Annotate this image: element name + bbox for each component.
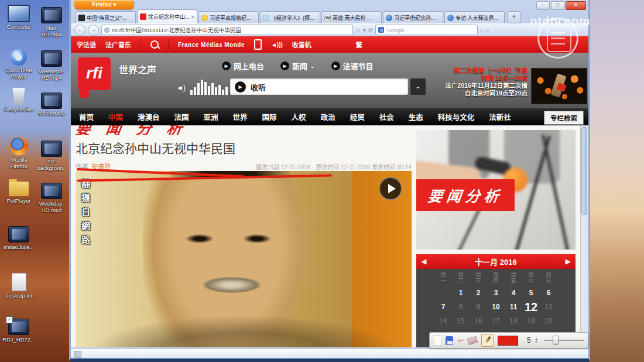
size-stepper[interactable]: ▲ ▼ [535,337,538,344]
calendar-day[interactable]: 17 [487,314,505,328]
menu-online-radio[interactable]: ▶ 网上电台 [222,60,264,71]
desktop-icon-quicktime-player[interactable]: QuickTime Player [2,49,35,80]
nav-item-6[interactable]: 世界 [233,111,248,122]
download-icon[interactable]: ↓ [480,27,483,33]
menu-french-programs[interactable]: ▶ 法语节目 [331,60,374,71]
desktop-icon-tv-backgroun-[interactable]: TV-backgroun.. [35,141,68,172]
menu-news[interactable]: ▶ 新闻 ⌄ [280,60,315,71]
nav-item-7[interactable]: 国际 [262,111,277,122]
status-bar-icon[interactable] [74,351,81,358]
desktop-icon-potplayer[interactable]: PotPlayer [2,182,35,204]
new-tab-button[interactable]: + [508,11,520,23]
tab-3[interactable]: 习近平高规格纪... [198,11,259,23]
calendar-day[interactable]: 19 [522,314,540,328]
tab-7[interactable]: 专访:人大释法界... [444,11,505,23]
forward-button[interactable]: → [88,25,99,36]
topbar-link-music[interactable]: 法广音乐 [105,40,131,49]
home-icon[interactable]: ⌂ [485,27,489,33]
brand-france-medias-monde[interactable]: France Médias Monde [178,42,245,48]
calendar-day[interactable]: 11 [505,300,522,314]
news-analysis-banner[interactable]: 要闻分析 [416,179,515,211]
save-tool-icon[interactable] [446,336,453,345]
page-scrollbar[interactable] [580,125,588,347]
calendar-day[interactable]: 9 [470,300,487,314]
column-search-box[interactable]: 专栏检索 [544,111,584,125]
stepper-down-icon[interactable]: ▼ [535,340,538,344]
reload-icon[interactable]: ⟳ [368,27,373,33]
calendar-next-icon[interactable]: ▶ [560,258,576,265]
desktop-icon-mozilla-firefox[interactable]: Mozilla Firefox [2,137,35,170]
new-page-tool-icon[interactable] [434,335,441,346]
scrollbar-thumb[interactable] [581,127,587,215]
nav-item-1[interactable]: 首页 [79,111,94,122]
nav-item-4[interactable]: 法国 [174,111,189,122]
minimize-button[interactable]: – [536,1,550,10]
play-icon[interactable]: ▶ [235,81,246,93]
calendar-day[interactable]: 3 [487,286,505,300]
search-input[interactable]: g Google [375,25,478,35]
calendar-prev-icon[interactable]: ◀ [416,258,431,265]
traditional-chinese-toggle[interactable]: 繁 [356,40,362,49]
rfi-logo[interactable]: rfi [78,57,111,90]
mobile-phone-icon[interactable] [254,39,262,50]
color-swatch[interactable] [498,336,518,346]
calendar-day[interactable]: 8 [452,300,470,314]
calendar-day[interactable]: 15 [452,314,470,328]
nav-item-8[interactable]: 人权 [292,111,306,122]
desktop-icon-desktop-ini[interactable]: desktop.ini [2,273,35,299]
calendar-day[interactable]: 16 [470,314,487,328]
video-play-button[interactable] [379,177,402,200]
listen-player-bar[interactable]: ▶ 收听 [230,78,408,95]
search-icon[interactable] [150,40,159,49]
tab-close-icon[interactable]: × [191,14,194,20]
sidebar-press-photo[interactable]: 要闻分析 [416,130,576,250]
undo-tool-icon[interactable]: ↩ [457,337,464,344]
calendar-day[interactable]: 5 [522,286,540,300]
volume-icon[interactable]: ◄) [176,84,186,92]
nav-item-5[interactable]: 亚洲 [204,111,218,122]
desktop-icon-weekend-hd-mp4[interactable]: Weekend-HD.mp4 [35,50,68,81]
desktop-icon-rdj-hd72-[interactable]: RDJ_HD72... [2,319,35,343]
nav-item-14[interactable]: 法新社 [489,111,511,122]
nav-item-3[interactable]: 港澳台 [138,111,160,122]
desktop-icon-shitaomov[interactable]: shiTaoMov [35,93,68,117]
nav-item-12[interactable]: 生态 [409,111,423,122]
tab-4[interactable]: 《经济学人》(撰... [260,11,320,23]
maximize-button[interactable]: □ [551,1,564,10]
tab-1[interactable]: 中国“伟哥之父”... [76,11,136,23]
desktop-icon-recycle-bin[interactable]: Recycle Bin [2,88,35,113]
calendar-day[interactable]: 18 [505,314,522,328]
slider-knob[interactable] [553,336,559,345]
calendar-day[interactable]: 12 [522,300,540,314]
firefox-menu-button[interactable]: Firefox ▾ [74,0,134,9]
back-button[interactable]: ← [74,25,85,36]
calendar-day[interactable]: 4 [505,286,522,300]
calendar-day[interactable]: 7 [434,300,452,314]
eraser-tool-icon[interactable] [467,336,478,344]
brush-tool-icon[interactable] [481,334,494,347]
calendar-day[interactable]: 13 [540,300,557,314]
desktop-icon-weekday-hd-mp4[interactable]: Weekday-HD.mp4 [35,183,68,214]
calendar-day[interactable]: 6 [540,286,557,300]
tab-6[interactable]: 习近平借纪念孙... [383,11,443,23]
calendar-day[interactable]: 20 [540,314,557,328]
url-dropdown-icon[interactable]: ▾ [363,27,366,33]
nav-item-11[interactable]: 社会 [379,111,394,122]
desktop-icon-computer[interactable]: Computer [2,5,35,30]
calendar-day[interactable]: 2 [470,286,487,300]
topbar-link-radio[interactable]: 收音机 [292,40,311,49]
nav-item-13[interactable]: 科技与文化 [438,111,475,122]
opacity-slider[interactable] [544,335,584,346]
nav-item-2[interactable]: 中国 [108,111,123,122]
calendar-day[interactable]: 10 [487,300,505,314]
search-engine-icon[interactable]: g [378,27,384,33]
nav-item-10[interactable]: 经贸 [350,111,365,122]
calendar-day[interactable]: 1 [452,286,470,300]
calendar-day[interactable]: 14 [434,314,452,328]
bookmark-star-icon[interactable]: ☆ [355,27,361,33]
desktop-icon-shitaojujia-[interactable]: shitaoJujia... [2,226,35,251]
desktop-icon-main-hd-mp4[interactable]: Main HD.mp4 [35,7,68,38]
close-button[interactable]: × [566,1,586,10]
url-bar[interactable]: cn.rfi.fr/中国/20161112-北京纪念孙中山无视中华民国 [101,25,353,35]
topbar-link-learn-french[interactable]: 学法语 [77,40,96,49]
